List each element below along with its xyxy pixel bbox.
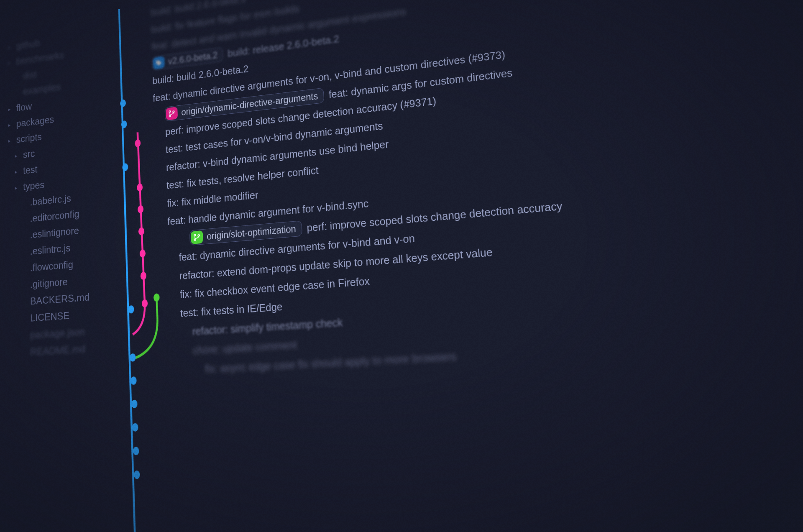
- disclosure-arrow-icon: ▸: [15, 152, 20, 159]
- file-tree-sidebar: ▸github▸benchmarksdistexamples▸flow▸pack…: [0, 10, 118, 532]
- svg-point-20: [173, 111, 174, 113]
- tree-item-label: src: [23, 148, 35, 161]
- disclosure-arrow-icon: [22, 302, 27, 302]
- tree-item-label: README.md: [30, 343, 85, 358]
- tree-item-label: github: [16, 37, 40, 52]
- svg-point-23: [198, 235, 199, 236]
- tree-item-label: .eslintignore: [30, 225, 79, 241]
- tree-item-label: scripts: [16, 131, 42, 146]
- tree-item-label: dist: [23, 69, 37, 82]
- svg-point-22: [194, 239, 196, 240]
- tree-item-label: test: [23, 164, 37, 176]
- svg-point-18: [169, 111, 171, 113]
- svg-point-6: [131, 399, 138, 408]
- svg-point-7: [132, 423, 138, 432]
- svg-point-13: [138, 227, 144, 235]
- disclosure-arrow-icon: ▸: [8, 106, 14, 113]
- tree-item-label: LICENSE: [30, 309, 69, 325]
- disclosure-arrow-icon: ▸: [15, 184, 20, 191]
- svg-point-15: [141, 271, 147, 280]
- disclosure-arrow-icon: ▸: [8, 121, 14, 128]
- disclosure-arrow-icon: [22, 268, 27, 269]
- git-log-panel: build: build 2.6.0-beta.3build: fix feat…: [108, 0, 803, 532]
- svg-point-8: [133, 447, 139, 455]
- tree-item-label: packages: [16, 114, 54, 130]
- branch-icon: [166, 107, 178, 120]
- svg-point-16: [142, 299, 148, 307]
- disclosure-arrow-icon: [15, 92, 20, 93]
- tree-item-label: .editorconfig: [30, 208, 79, 225]
- tree-item-label: .babelrc.js: [30, 192, 71, 208]
- tree-item-label: .eslintrc.js: [30, 242, 71, 258]
- svg-point-5: [130, 376, 137, 385]
- tree-item-label: package.json: [30, 325, 85, 341]
- tree-item-label: .flowconfig: [30, 258, 73, 274]
- tree-item-label: .gitignore: [30, 276, 68, 291]
- ref-label: v2.6.0-beta.2: [168, 50, 218, 66]
- svg-point-21: [194, 234, 196, 236]
- branch-icon: [191, 230, 203, 244]
- tree-item-label: BACKERS.md: [30, 291, 90, 307]
- svg-point-4: [130, 353, 136, 362]
- disclosure-arrow-icon: [22, 235, 27, 235]
- disclosure-arrow-icon: ▸: [15, 168, 20, 175]
- disclosure-arrow-icon: [22, 352, 27, 353]
- disclosure-arrow-icon: ▸: [8, 137, 14, 144]
- disclosure-arrow-icon: [22, 335, 27, 336]
- disclosure-arrow-icon: ▸: [8, 59, 14, 65]
- svg-point-14: [140, 249, 146, 258]
- tree-item-label: examples: [23, 81, 61, 97]
- tree-item-label: flow: [16, 101, 32, 114]
- tree-item-label: types: [23, 179, 44, 193]
- disclosure-arrow-icon: [15, 77, 20, 77]
- commit-message: test: fix tests in IE/Edge: [180, 300, 283, 319]
- disclosure-arrow-icon: ▸: [8, 44, 14, 50]
- commit-message: chore: update comment: [193, 338, 297, 356]
- disclosure-arrow-icon: [22, 203, 27, 203]
- disclosure-arrow-icon: [22, 219, 27, 219]
- svg-point-9: [134, 471, 140, 479]
- svg-point-12: [138, 205, 143, 213]
- svg-point-10: [135, 139, 141, 148]
- disclosure-arrow-icon: [22, 318, 27, 319]
- svg-point-19: [169, 115, 171, 117]
- tag-icon: [153, 56, 165, 69]
- disclosure-arrow-icon: [22, 285, 27, 285]
- disclosure-arrow-icon: [22, 252, 27, 252]
- svg-point-11: [137, 183, 143, 192]
